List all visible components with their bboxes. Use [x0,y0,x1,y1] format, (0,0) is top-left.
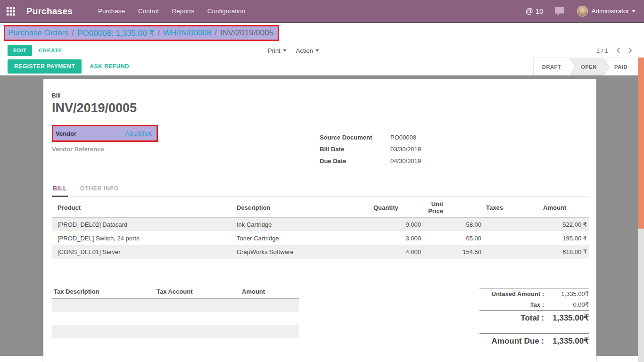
breadcrumb-po00008[interactable]: PO00008: 1,335.00 ₹ [77,28,154,38]
top-menu: Purchase Control Reports Configuration [91,0,252,23]
cell-description: Toner Cartridge [237,231,373,245]
cell-quantity: 3.000 [373,231,423,245]
col-description: Description [237,197,373,218]
pager-next-icon[interactable] [628,47,633,54]
user-menu[interactable]: Administrator [577,6,636,16]
cell-unit-price: 154.50 [423,245,483,259]
document-number: INV/2019/0005 [52,101,589,115]
user-avatar [577,6,588,16]
notebook-tabs: BILL OTHER INFO [52,181,589,197]
cell-product: [PROD_DEL02] Datacard [52,218,237,231]
total-label: Total : [479,313,544,323]
due-date-value: 04/30/2019 [390,157,421,165]
tax-empty-row [52,325,299,338]
edit-button[interactable]: EDIT [8,45,32,56]
tax-empty-row [52,299,299,312]
apps-grid-icon[interactable] [6,6,17,16]
tab-other-info[interactable]: OTHER INFO [79,181,120,197]
tab-bill[interactable]: BILL [52,181,68,197]
control-panel: EDIT CREATE Print Action 1 / 1 [0,43,644,58]
untaxed-amount-label: Untaxed Amount : [479,290,544,297]
breadcrumb-separator: / [154,28,163,38]
cell-unit-price: 58.00 [423,218,483,231]
status-pipeline: DRAFT OPEN PAID [533,58,634,75]
cell-amount: 195.00 ₹ [543,231,589,245]
vendor-link[interactable]: ASUSTeK [125,130,152,137]
cell-description: Ink Cartridge [237,218,373,231]
document-type-label: Bill [52,92,589,99]
action-dropdown[interactable]: Action [296,47,319,54]
breadcrumb-current: INV/2019/0005 [220,28,273,38]
cell-taxes [483,231,543,245]
cell-quantity: 4.000 [373,245,423,259]
menu-control[interactable]: Control [132,0,165,23]
invoice-sheet: Bill INV/2019/0005 Vendor ASUSTeK Vendor… [43,79,596,362]
breadcrumb-bar: Purchase Orders / PO00008: 1,335.00 ₹ / … [0,23,644,43]
col-tax-amount: Amount [242,288,299,295]
menu-configuration[interactable]: Configuration [201,0,252,23]
tax-value: 0.00₹ [544,301,589,308]
tax-table: Tax Description Tax Account Amount [52,288,299,348]
status-paid-label: PAID [614,64,627,70]
col-tax-description: Tax Description [52,288,157,295]
print-dropdown[interactable]: Print [268,47,287,54]
tax-empty-row [52,312,299,325]
create-button[interactable]: CREATE [39,48,62,53]
ask-refund-button[interactable]: ASK REFUND [90,63,129,70]
content-area: Bill INV/2019/0005 Vendor ASUSTeK Vendor… [0,75,644,356]
table-row[interactable]: [PROD_DEL02] Datacard Ink Cartridge 9.00… [52,218,589,231]
menu-purchase[interactable]: Purchase [91,0,132,23]
table-row[interactable]: [CONS_DEL01] Server GrapWorks Software 4… [52,245,589,259]
cell-taxes [483,245,543,259]
bill-date-label: Bill Date [320,146,390,153]
breadcrumb-purchase-orders[interactable]: Purchase Orders [8,28,69,38]
cell-unit-price: 65.00 [423,231,483,245]
top-navbar: Purchases Purchase Control Reports Confi… [0,0,644,23]
mentions-counter[interactable]: 10 [526,7,544,16]
chevron-down-icon [315,49,319,51]
statusbar-row: REGISTER PAYMENT ASK REFUND DRAFT OPEN P… [0,58,644,75]
amount-due-row: Amount Due : 1,335.00₹ [479,334,589,348]
action-label: Action [296,47,313,54]
col-amount: Amount [543,197,589,218]
info-row-source-document: Source Document PO00008 [320,134,421,141]
source-document-value: PO00008 [390,134,416,141]
status-open-label: OPEN [581,64,597,70]
breadcrumb-separator: / [211,28,220,38]
app-title: Purchases [26,6,73,16]
pager-count: 1 / 1 [596,47,608,54]
tax-label: Tax : [479,301,544,308]
menu-reports[interactable]: Reports [165,0,201,23]
breadcrumb-wh-in[interactable]: WH/IN/00008 [163,28,211,38]
chevron-down-icon [632,10,636,12]
info-row-bill-date: Bill Date 03/30/2019 [320,146,421,153]
chat-bubble-icon[interactable] [554,7,565,16]
breadcrumb: Purchase Orders / PO00008: 1,335.00 ₹ / … [4,25,279,41]
scrollbar-track[interactable] [638,58,644,362]
cell-amount: 522.00 ₹ [543,218,589,231]
scrollbar-thumb[interactable] [638,58,644,229]
total-value: 1,335.00₹ [544,313,589,323]
untaxed-amount-row: Untaxed Amount : 1,335.00₹ [479,288,589,299]
vendor-label: Vendor [56,130,76,137]
pager-previous-icon[interactable] [616,47,620,54]
tax-table-header: Tax Description Tax Account Amount [52,288,299,299]
info-row-due-date: Due Date 04/30/2019 [320,157,421,165]
table-row[interactable]: [PROD_DEL] Switch, 24 ports Toner Cartri… [52,231,589,245]
bill-date-value: 03/30/2019 [390,146,421,153]
tax-row: Tax : 0.00₹ [479,299,589,310]
register-payment-button[interactable]: REGISTER PAYMENT [8,59,82,74]
col-product: Product [52,197,237,218]
status-draft[interactable]: DRAFT [534,58,570,75]
cell-quantity: 9.000 [373,218,423,231]
col-quantity: Quantity [373,197,423,218]
lines-header-row: Product Description Quantity Unit Price … [52,197,589,218]
untaxed-amount-value: 1,335.00₹ [544,290,589,297]
col-taxes: Taxes [483,197,543,218]
at-icon [526,7,533,16]
mention-count: 10 [536,7,544,15]
pager: 1 / 1 [596,47,633,54]
status-draft-label: DRAFT [542,64,561,70]
vendor-field[interactable]: Vendor ASUSTeK [52,125,158,142]
breadcrumb-separator: / [69,28,78,38]
